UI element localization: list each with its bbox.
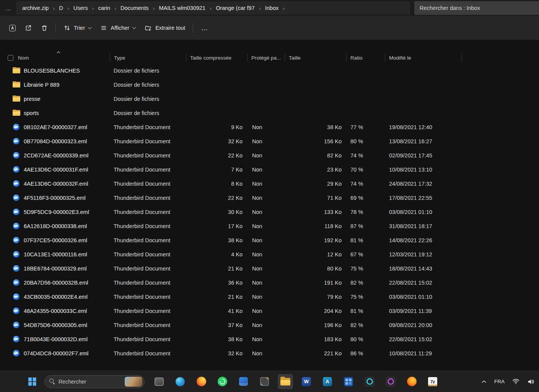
breadcrumb-item[interactable]: archive.zip [20,3,51,13]
column-header-type[interactable]: Type [110,52,186,63]
edge-icon[interactable] [173,374,188,389]
column-header-name[interactable]: Nom [0,52,110,63]
breadcrumb-item[interactable]: Documents [118,3,151,13]
wifi-icon[interactable] [512,379,519,384]
file-row[interactable]: 07F37CE5-00000326.eml Thunderbird Docume… [0,233,539,247]
more-options-button[interactable]: … [196,21,213,35]
column-header-compressed[interactable]: Taille compressée [186,52,248,63]
a-app-icon[interactable]: A [320,374,335,389]
file-row[interactable]: 43CB0035-000002E4.eml Thunderbird Docume… [0,290,539,304]
column-header-ratio[interactable]: Ratio [347,52,385,63]
file-modified: 03/08/2021 01:10 [385,209,462,215]
file-ratio: 75 % [347,266,385,272]
calculator-icon[interactable] [341,374,356,389]
dark-app-purple-icon[interactable] [383,374,398,389]
file-row[interactable]: 0B77084D-00000323.eml Thunderbird Docume… [0,134,539,148]
language-indicator[interactable]: FRA [494,379,505,384]
file-size: 118 Ko [285,223,347,229]
column-header-modified[interactable]: Modifié le [385,52,462,63]
file-explorer-icon[interactable] [278,374,293,389]
file-row[interactable]: 4AE13D6C-0000032F.eml Thunderbird Docume… [0,177,539,191]
thunderbird-file-icon [13,223,20,229]
file-row[interactable]: presse Dossier de fichiers [0,92,539,106]
file-protected: Non [248,124,285,130]
thunderbird-file-icon [13,293,20,300]
file-name: 0B77084D-00000323.eml [24,138,87,144]
share-button[interactable] [20,21,36,35]
file-row[interactable]: BLOUSESBLANCHES Dossier de fichiers [0,63,539,78]
select-all-checkbox[interactable] [8,55,13,61]
start-button[interactable] [24,374,40,389]
file-name: presse [24,96,41,102]
snipping-tool-icon[interactable] [257,374,272,389]
taskbar-search[interactable]: Rechercher [44,375,145,388]
photos-icon[interactable] [151,374,167,389]
chevron-down-icon [88,25,92,29]
file-type: Thunderbird Document [110,308,186,314]
file-protected: Non [248,138,285,144]
file-row[interactable]: 54D875D6-00000305.eml Thunderbird Docume… [0,318,539,332]
file-row[interactable]: 18BE6784-00000329.eml Thunderbird Docume… [0,261,539,275]
rename-button[interactable] [5,21,20,35]
whatsapp-icon[interactable] [215,374,230,389]
thunderbird-file-icon [13,336,20,342]
view-button[interactable]: Afficher [96,21,140,35]
breadcrumb-item[interactable]: Inbox [263,3,281,13]
delete-button[interactable] [36,21,52,35]
file-row[interactable]: 0B102AE7-00000327.eml Thunderbird Docume… [0,120,539,134]
file-compressed-size: 22 Ko [186,195,248,201]
dark-app-cyan-icon[interactable] [362,374,377,389]
file-protected: Non [248,167,285,173]
firefox-icon[interactable] [194,374,209,389]
search-icon [49,379,55,384]
file-ratio: 86 % [347,350,385,356]
file-row[interactable]: 48A24355-0000033C.eml Thunderbird Docume… [0,304,539,318]
breadcrumb-item[interactable]: Orange (car f97 [213,3,257,13]
file-size: 183 Ko [285,336,347,342]
breadcrumb-item[interactable]: D [57,3,65,13]
file-compressed-size: 38 Ko [186,237,248,243]
orange-browser-icon[interactable] [404,374,419,389]
file-size: 23 Ko [285,167,347,173]
file-ratio: 67 % [347,251,385,258]
sevenzip-icon[interactable]: 7z [425,374,440,389]
file-row[interactable]: 10CA13E1-00000116.eml Thunderbird Docume… [0,247,539,261]
breadcrumb[interactable]: archive.zip›D›Users›carin›Documents›MAIL… [16,2,410,15]
extract-all-button[interactable]: Extraire tout [140,21,190,35]
file-protected: Non [248,152,285,159]
column-header-size[interactable]: Taille [285,52,347,63]
file-ratio: 74 % [347,152,385,159]
tray-chevron-up-icon[interactable] [481,380,487,383]
file-row[interactable]: Librairie P 889 Dossier de fichiers [0,78,539,92]
breadcrumb-overflow-button[interactable]: … [3,3,14,13]
file-row[interactable]: 5D9F5DC9-000002E3.eml Thunderbird Docume… [0,205,539,219]
file-row[interactable]: 4AE13D6C-0000031F.eml Thunderbird Docume… [0,162,539,177]
file-size: 133 Ko [285,209,347,215]
file-row[interactable]: 2CD672AE-00000339.eml Thunderbird Docume… [0,148,539,162]
file-name: BLOUSESBLANCHES [24,68,80,74]
file-modified: 22/08/2021 15:02 [385,280,462,286]
mail-app-icon[interactable] [236,374,251,389]
breadcrumb-item[interactable]: carin [96,3,112,13]
file-row[interactable]: sports Dossier de fichiers [0,106,539,120]
file-row[interactable]: 074D4DC8-000002F7.eml Thunderbird Docume… [0,346,539,360]
orange-browser-icon [407,377,417,387]
file-compressed-size: 32 Ko [186,138,248,144]
file-name: 4F5116F3-00000325.eml [24,195,86,201]
file-protected: Non [248,280,285,286]
file-row[interactable]: 71B0043E-0000032D.eml Thunderbird Docume… [0,332,539,346]
file-row[interactable]: 4F5116F3-00000325.eml Thunderbird Docume… [0,191,539,205]
column-header-protected[interactable]: Protégé pa... [248,52,285,63]
explorer-search-input[interactable]: Rechercher dans : Inbox [414,1,539,15]
breadcrumb-separator-icon: › [283,5,285,11]
file-row[interactable]: 6A12618D-00000338.eml Thunderbird Docume… [0,219,539,233]
sort-button[interactable]: Trier [59,21,96,35]
breadcrumb-item[interactable]: MAILS wlm030921 [156,3,208,13]
breadcrumb-item[interactable]: Users [71,3,90,13]
file-type: Thunderbird Document [110,195,186,201]
volume-icon[interactable] [527,379,534,385]
file-compressed-size: 7 Ko [186,167,248,173]
file-size: 156 Ko [285,138,347,144]
file-row[interactable]: 20BA7D56-0000032B.eml Thunderbird Docume… [0,275,539,290]
word-icon[interactable]: W [299,374,314,389]
